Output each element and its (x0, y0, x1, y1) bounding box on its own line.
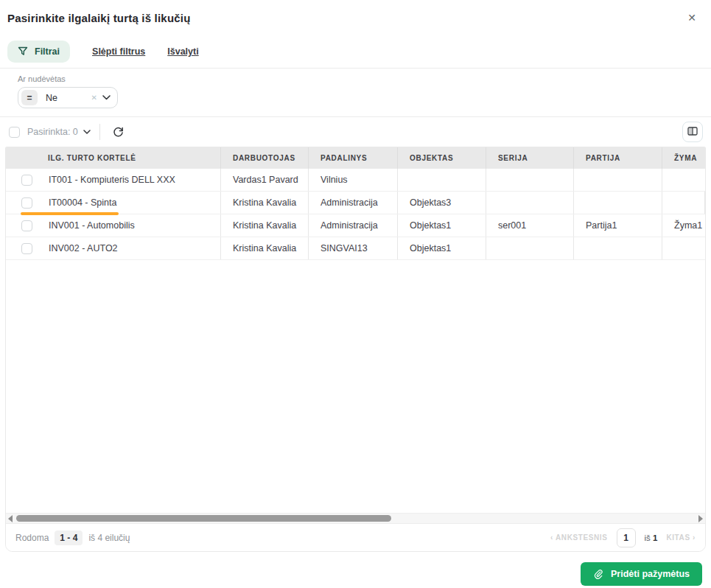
department-cell: Administracija (309, 192, 398, 214)
row-checkbox[interactable] (21, 175, 32, 186)
table-row[interactable]: INV001 - Automobilis Kristina Kavalia Ad… (6, 214, 705, 237)
rows-range-badge: 1 - 4 (55, 531, 83, 545)
total-pages-label: iš 1 (645, 533, 658, 542)
row-checkbox[interactable] (21, 220, 32, 231)
assets-table: ILG. TURTO KORTELĖ DARBUOTOJAS PADALINYS… (5, 147, 706, 552)
grid-toolbar: Pasirinkta: 0 (0, 117, 711, 147)
add-selected-label: Pridėti pažymėtus (611, 569, 690, 579)
row-checkbox[interactable] (21, 243, 32, 254)
series-cell (486, 237, 574, 259)
modal-actions: Pridėti pažymėtus (0, 552, 711, 586)
object-cell: Objektas3 (398, 192, 486, 214)
series-cell (486, 192, 574, 214)
scrollbar-track[interactable] (15, 514, 696, 524)
current-page-input[interactable]: 1 (617, 528, 636, 547)
batch-cell (574, 237, 662, 259)
object-cell (398, 169, 486, 191)
employee-cell: Kristina Kavalia (221, 214, 309, 237)
tag-cell (662, 192, 705, 214)
highlight-underline (21, 212, 119, 215)
employee-cell: Kristina Kavalia (221, 192, 309, 214)
scroll-left-icon[interactable] (6, 514, 15, 524)
batch-cell (574, 169, 662, 191)
chevron-down-icon[interactable] (102, 95, 111, 100)
clear-filters-link[interactable]: Išvalyti (167, 46, 198, 57)
chevron-down-icon[interactable] (83, 130, 91, 134)
tag-cell: Žyma1 (662, 214, 705, 237)
clear-x-icon[interactable] (91, 94, 97, 102)
columns-icon (687, 125, 698, 139)
refresh-icon[interactable] (111, 124, 127, 140)
asset-card-label: INV002 - AUTO2 (49, 243, 118, 253)
employee-cell: Kristina Kavalia (221, 237, 309, 259)
series-cell (486, 169, 574, 191)
table-row[interactable]: INV002 - AUTO2 Kristina Kavalia SINGVAI1… (6, 237, 705, 260)
column-header-series[interactable]: SERIJA (486, 147, 574, 169)
modal-header: Pasirinkite ilgalaikį turtą iš likučių (0, 0, 711, 35)
table-row[interactable]: IT001 - Kompiuteris DELL XXX Vardas1 Pav… (6, 169, 705, 192)
row-checkbox[interactable] (21, 197, 32, 209)
table-empty-area (6, 260, 705, 513)
add-selected-button[interactable]: Pridėti pažymėtus (581, 562, 702, 586)
column-header-batch[interactable]: PARTIJA (574, 147, 662, 169)
scrollbar-thumb[interactable] (16, 515, 391, 522)
scroll-right-icon[interactable] (696, 514, 705, 524)
page-title: Pasirinkite ilgalaikį turtą iš likučių (7, 12, 191, 24)
equals-operator-icon[interactable]: = (21, 90, 38, 105)
asset-card-label: IT00004 - Spinta (49, 197, 116, 208)
table-footer: Rodoma 1 - 4 iš 4 eilučių ‹ ANKSTESNIS 1… (6, 523, 705, 551)
paperclip-icon (593, 569, 603, 579)
column-header-department[interactable]: PADALINYS (309, 147, 398, 169)
tag-cell (662, 169, 705, 191)
asset-card-label: INV001 - Automobilis (49, 220, 135, 231)
filter-field-label: Ar nudėvėtas (18, 74, 693, 83)
horizontal-scrollbar[interactable] (6, 513, 705, 523)
batch-cell: Partija1 (574, 214, 662, 237)
divider (99, 124, 100, 140)
filters-button[interactable]: Filtrai (7, 41, 70, 63)
asset-card-label: IT001 - Kompiuteris DELL XXX (49, 175, 175, 185)
column-header-card[interactable]: ILG. TURTO KORTELĖ (6, 147, 221, 169)
table-header-row: ILG. TURTO KORTELĖ DARBUOTOJAS PADALINYS… (6, 147, 705, 169)
total-rows-label: iš 4 eilučių (88, 533, 130, 543)
filter-value: Ne (46, 93, 91, 103)
next-page-button[interactable]: KITAS › (666, 533, 696, 542)
close-icon[interactable] (684, 10, 699, 25)
column-settings-button[interactable] (682, 122, 703, 142)
showing-label: Rodoma (15, 533, 49, 543)
employee-cell: Vardas1 Pavard (221, 169, 309, 191)
table-row[interactable]: IT00004 - Spinta Kristina Kavalia Admini… (6, 192, 705, 214)
column-header-object[interactable]: OBJEKTAS (398, 147, 486, 169)
selected-count-label[interactable]: Pasirinkta: 0 (27, 127, 78, 137)
filter-value-dropdown[interactable]: = Ne (18, 87, 118, 108)
filter-panel: Ar nudėvėtas = Ne (0, 69, 711, 116)
department-cell: Administracija (309, 214, 398, 237)
batch-cell (574, 192, 662, 214)
department-cell: SINGVAI13 (309, 237, 398, 259)
department-cell: Vilnius (309, 169, 398, 191)
column-header-employee[interactable]: DARBUOTOJAS (221, 147, 309, 169)
object-cell: Objektas1 (398, 237, 486, 259)
filter-funnel-icon (18, 46, 28, 57)
filters-button-label: Filtrai (35, 46, 60, 57)
filter-bar: Filtrai Slėpti filtrus Išvalyti (0, 35, 711, 68)
select-all-checkbox[interactable] (9, 127, 20, 138)
object-cell: Objektas1 (398, 214, 486, 237)
previous-page-button[interactable]: ‹ ANKSTESNIS (550, 533, 607, 542)
column-header-tag[interactable]: ŽYMA (662, 147, 705, 169)
tag-cell (662, 237, 705, 259)
hide-filters-link[interactable]: Slėpti filtrus (92, 46, 145, 57)
series-cell: ser001 (486, 214, 574, 237)
